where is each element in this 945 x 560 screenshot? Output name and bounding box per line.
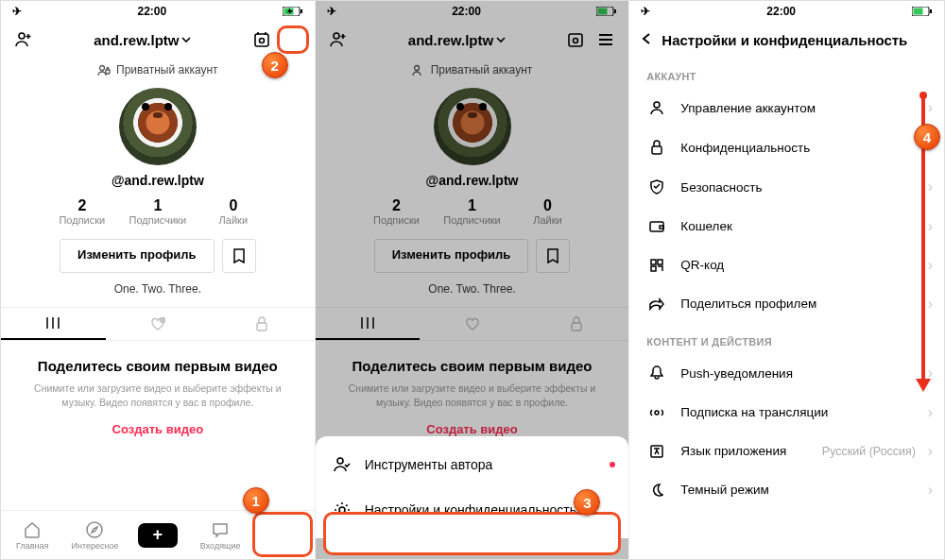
svg-rect-9	[257, 323, 266, 331]
bookmark-icon	[232, 248, 246, 263]
svg-point-25	[654, 102, 660, 108]
svg-rect-14	[614, 9, 616, 13]
username-dropdown[interactable]: and.rew.lptw	[94, 32, 191, 48]
bookmark-button[interactable]	[222, 239, 256, 273]
stat-likes[interactable]: 0Лайки	[196, 197, 271, 226]
person-icon	[646, 100, 667, 115]
svg-rect-24	[930, 9, 932, 13]
sheet-creator-tools[interactable]: Инструменты автора	[316, 442, 629, 487]
tab-home[interactable]: Главная	[1, 511, 63, 559]
svg-point-5	[259, 39, 264, 43]
svg-point-3	[19, 33, 25, 39]
svg-point-17	[574, 39, 578, 43]
svg-rect-26	[652, 146, 662, 154]
airplane-icon: ✈︎	[12, 5, 22, 18]
bio-text: One. Two. Three.	[1, 282, 315, 296]
tab-private[interactable]	[210, 308, 315, 340]
svg-rect-16	[569, 34, 582, 46]
section-account: АККАУНТ	[629, 58, 944, 88]
gear-icon	[333, 501, 352, 519]
edit-profile-button[interactable]: Изменить профиль	[60, 239, 215, 273]
svg-rect-27	[650, 222, 663, 231]
qr-icon	[646, 259, 667, 272]
svg-point-20	[337, 458, 343, 464]
empty-state: Поделитесь своим первым видео Снимите ил…	[1, 341, 315, 436]
phone-menu-open: ✈︎22:00 and.rew.lptw Приватный аккаунт @…	[316, 1, 630, 559]
battery-icon	[283, 7, 303, 16]
tab-liked[interactable]	[106, 308, 211, 340]
svg-point-10	[87, 522, 102, 537]
svg-rect-4	[255, 34, 268, 46]
bottom-tabbar: Главная Интересное + Входящие Профиль	[1, 510, 315, 559]
user-handle: @and.rew.lptw	[1, 173, 315, 188]
phone-settings: ✈︎22:00 Настройки и конфиденциальность А…	[629, 1, 944, 559]
row-security[interactable]: Безопасность›	[629, 167, 944, 207]
svg-rect-13	[598, 8, 608, 15]
message-icon	[211, 520, 230, 539]
live-icon	[646, 406, 667, 419]
settings-title: Настройки и конфиденциальность	[662, 32, 907, 48]
share-icon	[646, 297, 667, 311]
svg-point-11	[280, 522, 286, 529]
row-language[interactable]: Язык приложенияРусский (Россия)›	[629, 432, 944, 470]
section-content: КОНТЕНТ И ДЕЙСТВИЯ	[629, 323, 944, 353]
badge-2: 2	[262, 52, 288, 78]
home-icon	[23, 520, 42, 539]
row-darkmode[interactable]: Темный режим›	[629, 470, 944, 509]
notification-dot	[610, 462, 615, 467]
profile-icon	[273, 520, 292, 539]
row-manage-account[interactable]: Управление аккаунтом›	[629, 88, 944, 127]
row-qr[interactable]: QR-код›	[629, 246, 944, 284]
status-bar: ✈︎ 22:00	[1, 1, 315, 22]
shield-icon	[646, 179, 667, 195]
stats-row: 2Подписки 1Подписчики 0Лайки	[1, 197, 315, 226]
tab-inbox[interactable]: Входящие	[189, 511, 251, 559]
create-video-link[interactable]: Создать видео	[24, 422, 292, 436]
compass-icon	[85, 520, 104, 539]
lock-person-icon	[97, 63, 111, 76]
badge-1: 1	[243, 487, 269, 514]
svg-marker-35	[916, 379, 931, 392]
row-live[interactable]: Подписка на трансляции›	[629, 393, 944, 432]
calendar-icon[interactable]	[249, 26, 275, 53]
empty-title: Поделитесь своим первым видео	[24, 358, 292, 374]
tab-profile[interactable]: Профиль	[251, 511, 314, 559]
profile-topbar: and.rew.lptw	[1, 22, 315, 58]
stat-following[interactable]: 2Подписки	[44, 197, 120, 226]
bell-icon	[646, 365, 667, 381]
svg-point-6	[100, 66, 105, 71]
tab-discover[interactable]: Интересное	[63, 511, 126, 559]
content-tabs	[1, 307, 315, 341]
row-share[interactable]: Поделиться профилем›	[629, 284, 944, 323]
svg-rect-31	[651, 266, 656, 271]
svg-point-18	[414, 66, 419, 71]
plus-icon: +	[138, 523, 178, 548]
creator-icon	[333, 455, 352, 474]
row-wallet[interactable]: Кошелек›	[629, 207, 944, 246]
svg-rect-29	[651, 260, 656, 264]
menu-icon[interactable]	[279, 26, 305, 53]
row-privacy[interactable]: Конфиденциальность›	[629, 127, 944, 167]
row-push[interactable]: Push-уведомления›	[629, 353, 944, 393]
stat-followers[interactable]: 1Подписчики	[120, 197, 196, 226]
tab-grid[interactable]	[1, 308, 106, 340]
svg-point-32	[655, 411, 659, 415]
bottom-sheet: Инструменты автора Настройки и конфиденц…	[316, 436, 629, 538]
lock-icon	[646, 140, 667, 155]
svg-rect-2	[301, 9, 302, 13]
status-time: 22:00	[137, 5, 166, 18]
empty-subtitle: Снимите или загрузите видео и выберите э…	[24, 382, 292, 409]
moon-icon	[646, 484, 667, 497]
add-friend-icon[interactable]	[10, 26, 37, 53]
wallet-icon	[646, 220, 667, 233]
svg-point-36	[919, 92, 927, 99]
svg-point-15	[334, 33, 339, 39]
language-icon	[646, 445, 667, 458]
svg-rect-19	[572, 323, 581, 331]
tab-create[interactable]: +	[127, 511, 189, 559]
avatar[interactable]	[119, 88, 197, 165]
svg-rect-30	[658, 260, 662, 264]
svg-rect-23	[914, 8, 923, 15]
settings-header: Настройки и конфиденциальность	[629, 22, 944, 58]
back-button[interactable]	[641, 32, 654, 48]
